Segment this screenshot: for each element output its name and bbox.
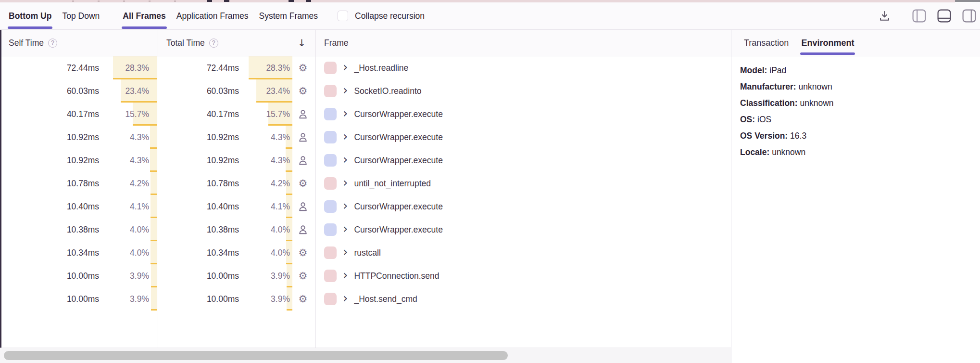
expand-chevron-icon[interactable]: › [343, 61, 348, 73]
toolbar-tab[interactable]: All Frames [117, 2, 171, 29]
self-pct-value: 3.9% [130, 271, 149, 281]
self-time-value: 72.44ms [67, 63, 99, 73]
table-row[interactable]: 40.17ms 15.7% 40.17ms 15.7% ⚙ › CursorWr… [0, 103, 731, 126]
frame-cell[interactable]: › CursorWrapper.execute [315, 218, 731, 241]
expand-chevron-icon[interactable]: › [343, 222, 348, 235]
frame-cell[interactable]: › CursorWrapper.execute [315, 149, 731, 172]
panel-bottom-icon[interactable] [937, 9, 951, 23]
frame-cell[interactable]: › HTTPConnection.send [315, 264, 731, 287]
toolbar-tab-label: System Frames [259, 11, 318, 21]
panel-right-icon[interactable] [962, 9, 976, 23]
frame-type-icon: ⚙ [297, 224, 309, 235]
flamegraph-strip-scrollbar [955, 0, 980, 2]
gear-icon: ⚙ [299, 271, 308, 281]
frame-color-chip [324, 154, 337, 167]
frames-toolbar: Bottom Up Top Down All Frames Applicatio… [0, 2, 980, 30]
download-icon[interactable] [878, 10, 891, 23]
details-tab[interactable]: Transaction [738, 30, 795, 56]
panel-left-icon[interactable] [912, 9, 926, 23]
self-time-cell: 10.78ms 4.2% [0, 172, 158, 195]
environment-field-value: unknown [799, 82, 832, 91]
frame-name: CursorWrapper.execute [354, 109, 443, 119]
frame-cell[interactable]: › CursorWrapper.execute [315, 103, 731, 126]
expand-chevron-icon[interactable]: › [343, 84, 348, 96]
gear-icon: ⚙ [299, 294, 308, 304]
frame-color-chip [324, 131, 337, 143]
self-time-cell: 10.40ms 4.1% [0, 195, 158, 218]
self-pct-bar [151, 287, 157, 309]
total-time-label: Total Time [166, 38, 205, 48]
self-pct-value: 4.2% [130, 179, 149, 189]
table-row[interactable]: 72.44ms 28.3% 72.44ms 28.3% ⚙ › _Host.re… [0, 56, 731, 79]
table-row[interactable]: 10.38ms 4.0% 10.38ms 4.0% ⚙ › CursorWrap… [0, 218, 731, 241]
frame-cell[interactable]: › SocketIO.readinto [315, 79, 731, 103]
horizontal-scrollbar-thumb[interactable] [4, 351, 508, 360]
table-header: Self Time ? Total Time ? ↓ Frame [0, 30, 731, 56]
expand-chevron-icon[interactable]: › [343, 107, 348, 119]
frame-color-chip [324, 177, 337, 190]
total-pct-value: 4.3% [271, 156, 290, 166]
frame-color-chip [324, 246, 337, 259]
collapse-recursion-label[interactable]: Collapse recursion [355, 11, 425, 21]
expand-chevron-icon[interactable]: › [343, 176, 348, 189]
frame-cell[interactable]: › rustcall [315, 241, 731, 264]
table-row[interactable]: 10.00ms 3.9% 10.00ms 3.9% ⚙ › HTTPConnec… [0, 264, 731, 287]
self-pct-value: 4.0% [130, 248, 149, 258]
environment-field: OS Version: 16.3 [740, 128, 970, 144]
collapse-recursion-checkbox[interactable] [338, 11, 348, 21]
environment-details: Model: iPad Manufacturer: unknown Classi… [731, 56, 980, 160]
frame-cell[interactable]: › _Host.readline [315, 56, 731, 79]
self-time-column-header[interactable]: Self Time ? [0, 30, 158, 56]
toolbar-tab[interactable]: Bottom Up [3, 2, 57, 29]
frame-column-header[interactable]: Frame [315, 30, 731, 56]
profiler-frames-view: Bottom Up Top Down All Frames Applicatio… [0, 0, 980, 363]
frame-cell[interactable]: › _Host.send_cmd [315, 287, 731, 311]
frame-type-icon: ⚙ [297, 131, 309, 143]
table-row[interactable]: 10.92ms 4.3% 10.92ms 4.3% ⚙ › CursorWrap… [0, 126, 731, 149]
expand-chevron-icon[interactable]: › [343, 246, 348, 258]
self-pct-value: 28.3% [125, 63, 149, 73]
table-row[interactable]: 10.00ms 3.9% 10.00ms 3.9% ⚙ › _Host.send… [0, 287, 731, 311]
details-tab[interactable]: Environment [795, 30, 860, 56]
help-icon[interactable]: ? [209, 39, 218, 48]
frame-cell[interactable]: › until_not_interrupted [315, 172, 731, 195]
horizontal-scrollbar-track[interactable] [0, 348, 731, 363]
frame-type-icon: ⚙ [297, 201, 309, 212]
environment-field: Model: iPad [740, 62, 970, 78]
frame-cell[interactable]: › CursorWrapper.execute [315, 195, 731, 218]
table-row[interactable]: 60.03ms 23.4% 60.03ms 23.4% ⚙ › SocketIO… [0, 79, 731, 103]
self-pct-value: 4.1% [130, 202, 149, 212]
details-tabs: Transaction Environment [731, 30, 980, 56]
total-time-value: 10.40ms [207, 202, 239, 212]
self-time-value: 10.00ms [67, 271, 99, 281]
table-row[interactable]: 10.92ms 4.3% 10.92ms 4.3% ⚙ › CursorWrap… [0, 149, 731, 172]
help-icon[interactable]: ? [48, 39, 57, 48]
frame-name: SocketIO.readinto [354, 86, 421, 96]
frames-table-body: 72.44ms 28.3% 72.44ms 28.3% ⚙ › _Host.re… [0, 56, 731, 311]
total-time-cell: 10.00ms 3.9% ⚙ [158, 264, 315, 287]
total-time-cell: 10.00ms 3.9% ⚙ [158, 287, 315, 311]
table-row[interactable]: 10.34ms 4.0% 10.34ms 4.0% ⚙ › rustcall [0, 241, 731, 264]
frame-cell[interactable]: › CursorWrapper.execute [315, 126, 731, 149]
self-time-value: 10.38ms [67, 225, 99, 235]
total-pct-value: 4.3% [271, 132, 290, 143]
table-row[interactable]: 10.78ms 4.2% 10.78ms 4.2% ⚙ › until_not_… [0, 172, 731, 195]
expand-chevron-icon[interactable]: › [343, 199, 348, 212]
self-pct-bar-edge [151, 309, 157, 311]
toolbar-tab[interactable]: Top Down [57, 2, 105, 29]
self-pct-bar [151, 218, 157, 240]
expand-chevron-icon[interactable]: › [343, 153, 348, 166]
toolbar-tab[interactable]: System Frames [254, 2, 324, 29]
frame-name: CursorWrapper.execute [354, 132, 443, 143]
total-time-value: 10.00ms [207, 271, 239, 281]
total-time-column-header[interactable]: Total Time ? ↓ [158, 30, 315, 56]
toolbar-tab[interactable]: Application Frames [171, 2, 254, 29]
expand-chevron-icon[interactable]: › [343, 130, 348, 143]
sort-desc-icon[interactable]: ↓ [298, 37, 306, 49]
table-row[interactable]: 10.40ms 4.1% 10.40ms 4.1% ⚙ › CursorWrap… [0, 195, 731, 218]
environment-field-label: Manufacturer: [740, 82, 796, 91]
expand-chevron-icon[interactable]: › [343, 269, 348, 281]
self-pct-bar [150, 126, 157, 147]
expand-chevron-icon[interactable]: › [343, 292, 348, 304]
frame-type-icon: ⚙ [297, 62, 309, 74]
